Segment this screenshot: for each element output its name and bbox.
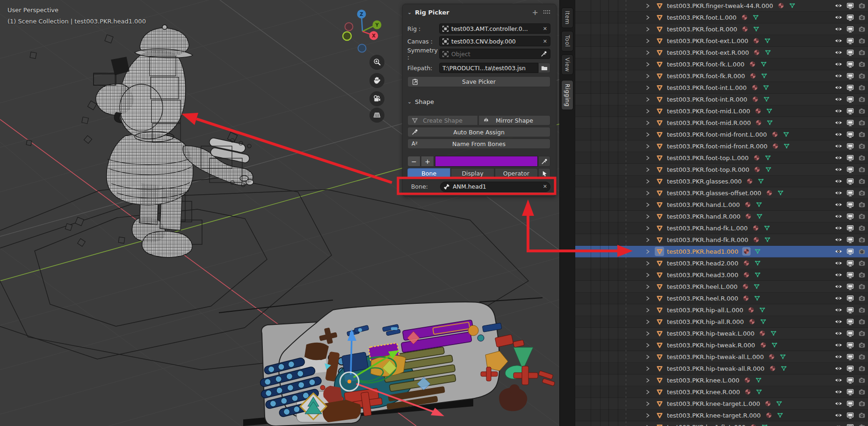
outliner-row[interactable]: test003.PKR.hip-tweak.R.000 (575, 339, 868, 351)
object-name[interactable]: test003.PKR.head3.000 (667, 272, 738, 279)
object-name[interactable]: test003.PKR.hand.L.000 (667, 201, 740, 208)
disable-in-renders-toggle[interactable] (858, 143, 866, 149)
hide-in-viewport-eye-toggle[interactable] (835, 307, 842, 313)
expand-chevron-icon[interactable] (644, 120, 651, 125)
object-name[interactable]: test003.PKR.foot-mid-front.R.000 (667, 143, 767, 150)
outliner-row[interactable]: test003.PKR.foot-top.L.000 (575, 152, 868, 164)
expand-chevron-icon[interactable] (644, 50, 651, 55)
object-name[interactable]: test003.PKR.hip-all.R.000 (667, 318, 744, 325)
hide-in-viewport-eye-toggle[interactable] (835, 49, 842, 56)
object-name[interactable]: test003.PKR.foot-fk.L.000 (667, 61, 745, 68)
outliner-row[interactable]: test003.PKR.glasses-offset.000 (575, 187, 868, 199)
shape-collapse-chevron-icon[interactable]: ⌄ (407, 99, 412, 105)
disable-in-viewports-toggle[interactable] (846, 143, 854, 150)
object-name[interactable]: test003.PKR.heel.L.000 (667, 283, 738, 290)
disable-in-renders-toggle[interactable] (858, 295, 866, 301)
eyedropper-icon[interactable] (541, 51, 547, 57)
outliner-row[interactable]: test003.PKR.head3.000 (575, 269, 868, 281)
outliner-row[interactable]: test003.PKR.hip-tweak.L.000 (575, 328, 868, 339)
expand-chevron-icon[interactable] (644, 214, 651, 219)
outliner-row[interactable]: test003.PKR.foot-top.R.000 (575, 164, 868, 176)
sidebar-tab-rigging[interactable]: Rigging (561, 80, 573, 110)
hide-in-viewport-eye-toggle[interactable] (835, 424, 842, 426)
outliner-row[interactable]: test003.PKR.foot-ext.R.000 (575, 47, 868, 59)
disable-in-renders-toggle[interactable] (858, 342, 866, 348)
disable-in-viewports-toggle[interactable] (846, 283, 854, 290)
hide-in-viewport-eye-toggle[interactable] (835, 201, 842, 208)
disable-in-viewports-toggle[interactable] (846, 272, 854, 279)
hide-in-viewport-eye-toggle[interactable] (835, 178, 842, 184)
disable-in-renders-toggle[interactable] (858, 272, 866, 278)
expand-chevron-icon[interactable] (644, 378, 651, 383)
expand-chevron-icon[interactable] (644, 132, 651, 137)
outliner-row[interactable]: test003.PKR.foot.R.000 (575, 23, 868, 35)
hide-in-viewport-eye-toggle[interactable] (835, 295, 842, 301)
hide-in-viewport-eye-toggle[interactable] (835, 342, 842, 348)
disable-in-renders-toggle[interactable] (858, 154, 866, 161)
expand-chevron-icon[interactable] (644, 155, 651, 161)
disable-in-renders-toggle[interactable] (858, 307, 866, 313)
hide-in-viewport-eye-toggle[interactable] (835, 225, 842, 231)
hide-in-viewport-eye-toggle[interactable] (835, 330, 842, 337)
auto-bone-assign-button[interactable]: Auto Bone Assign (407, 127, 550, 137)
disable-in-renders-toggle[interactable] (858, 14, 866, 21)
viewport-3d[interactable]: User Perspective (1) Scene Collection | … (0, 0, 559, 426)
disable-in-renders-toggle[interactable] (858, 190, 866, 196)
hide-in-viewport-eye-toggle[interactable] (835, 213, 842, 220)
disable-in-renders-toggle[interactable] (858, 26, 866, 32)
expand-chevron-icon[interactable] (644, 202, 651, 207)
outliner-row[interactable]: test003.PKR.hip-tweak-all.L.000 (575, 351, 868, 363)
disable-in-viewports-toggle[interactable] (846, 2, 854, 9)
outliner-row[interactable]: test003.PKR.leg1-fk.L.000 (575, 421, 868, 426)
disable-in-renders-toggle[interactable] (858, 84, 866, 91)
save-picker-button[interactable]: Save Picker (407, 76, 550, 87)
disable-in-viewports-toggle[interactable] (846, 178, 854, 185)
hide-in-viewport-eye-toggle[interactable] (835, 84, 842, 91)
disable-in-viewports-toggle[interactable] (846, 154, 854, 162)
disable-in-viewports-toggle[interactable] (846, 14, 854, 21)
disable-in-viewports-toggle[interactable] (846, 389, 854, 396)
disable-in-viewports-toggle[interactable] (846, 295, 854, 302)
disable-in-renders-toggle[interactable] (858, 49, 866, 56)
drag-dots-icon[interactable] (543, 9, 550, 15)
expand-chevron-icon[interactable] (644, 354, 651, 360)
outliner-row[interactable]: test003.PKR.head2.000 (575, 257, 868, 269)
object-name[interactable]: test003.PKR.knee-target.L.000 (667, 400, 760, 407)
panel-tab-operator[interactable]: Operator (495, 168, 538, 179)
object-name[interactable]: test003.PKR.foot-mid-front.L.000 (667, 131, 767, 138)
disable-in-viewports-toggle[interactable] (846, 248, 854, 255)
expand-chevron-icon[interactable] (644, 343, 651, 348)
expand-chevron-icon[interactable] (644, 38, 651, 44)
outliner-row[interactable]: test003.PKR.foot-mid-front.L.000 (575, 129, 868, 140)
remove-color-button[interactable]: − (407, 156, 420, 167)
object-name[interactable]: test003.PKR.hip-tweak-all.R.000 (667, 365, 765, 372)
disable-in-renders-toggle[interactable] (858, 178, 866, 184)
outliner-row[interactable]: test003.PKR.foot-mid-front.R.000 (575, 140, 868, 152)
object-name[interactable]: test003.PKR.glasses-offset.000 (667, 190, 761, 197)
picker-canvas-plane[interactable] (219, 298, 555, 426)
disable-in-viewports-toggle[interactable] (846, 37, 854, 44)
disable-in-viewports-toggle[interactable] (846, 213, 854, 220)
select-tool-button[interactable] (538, 168, 550, 179)
object-name[interactable]: test003.PKR.foot-top.R.000 (667, 166, 749, 173)
sidebar-tab-item[interactable]: Item (561, 7, 573, 28)
disable-in-viewports-toggle[interactable] (846, 166, 854, 173)
outliner-row[interactable]: test003.PKR.heel.L.000 (575, 281, 868, 293)
hide-in-viewport-eye-toggle[interactable] (835, 14, 842, 21)
hide-in-viewport-eye-toggle[interactable] (835, 353, 842, 360)
object-name[interactable]: test003.PKR.foot-top.L.000 (667, 154, 749, 162)
disable-in-renders-toggle[interactable] (858, 377, 866, 383)
expand-chevron-icon[interactable] (644, 284, 651, 289)
expand-chevron-icon[interactable] (644, 144, 651, 149)
hide-in-viewport-eye-toggle[interactable] (835, 236, 842, 243)
panel-tab-display[interactable]: Display (451, 168, 494, 179)
name-from-bones-button[interactable]: Az Name From Bones (407, 139, 550, 149)
panel-collapse-chevron-icon[interactable]: ⌄ (407, 9, 412, 15)
object-name[interactable]: test003.PKR.hip-tweak.R.000 (667, 342, 755, 349)
expand-chevron-icon[interactable] (644, 319, 651, 324)
outliner-row[interactable]: test003.PKR.foot-int.R.000 (575, 94, 868, 105)
expand-chevron-icon[interactable] (644, 179, 651, 184)
outliner-row[interactable]: test003.PKR.glasses.000 (575, 176, 868, 187)
object-name[interactable]: test003.PKR.foot-int.R.000 (667, 96, 747, 103)
outliner-row[interactable]: test003.PKR.knee.L.000 (575, 375, 868, 386)
